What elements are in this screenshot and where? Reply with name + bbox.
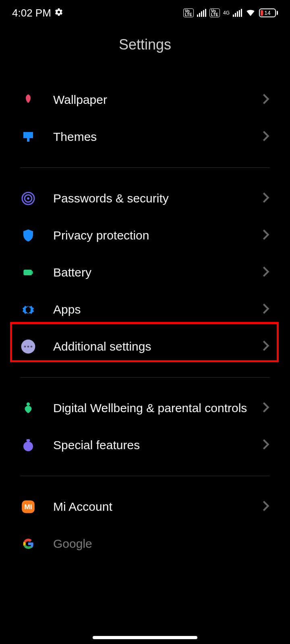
svg-point-2 (27, 197, 29, 200)
row-google[interactable]: Google (0, 525, 290, 552)
svg-point-8 (27, 346, 29, 348)
themes-icon (20, 129, 36, 145)
row-apps[interactable]: Apps (0, 291, 290, 328)
chevron-right-icon (262, 439, 270, 452)
chevron-right-icon (262, 340, 270, 353)
row-label: Battery (53, 265, 262, 280)
chevron-right-icon (262, 192, 270, 205)
chevron-right-icon (262, 130, 270, 143)
svg-point-12 (23, 442, 33, 451)
row-themes[interactable]: Themes (0, 118, 290, 155)
volte-icon-2: VoLTE (209, 8, 220, 17)
wallpaper-icon (20, 92, 36, 108)
volte-icon-1: VoLTE (183, 8, 194, 17)
signal-icon-1 (197, 9, 206, 17)
signal-icon-2 (233, 9, 242, 17)
mi-logo-icon: MI (20, 499, 36, 515)
svg-point-5 (26, 307, 31, 312)
svg-text:MI: MI (24, 503, 32, 511)
chevron-right-icon (262, 93, 270, 106)
row-battery[interactable]: Battery (0, 254, 290, 291)
battery-indicator: 14 (259, 8, 278, 17)
chevron-right-icon (262, 266, 270, 279)
svg-point-9 (31, 346, 33, 348)
row-label: Themes (53, 129, 262, 144)
svg-point-10 (27, 402, 30, 406)
divider (20, 476, 270, 476)
status-bar: 4:02 PM VoLTE VoLTE 4G 14 (0, 0, 290, 24)
row-label: Digital Wellbeing & parental controls (53, 400, 262, 416)
svg-rect-3 (23, 270, 32, 275)
row-label: Google (53, 536, 270, 551)
navigation-handle[interactable] (93, 636, 197, 639)
more-icon (20, 339, 36, 355)
row-privacy-protection[interactable]: Privacy protection (0, 217, 290, 254)
status-time: 4:02 PM (12, 7, 51, 19)
row-wallpaper[interactable]: Wallpaper (0, 81, 290, 118)
battery-icon (20, 264, 36, 281)
divider (20, 167, 270, 168)
row-label: Passwords & security (53, 191, 262, 206)
special-features-icon (20, 437, 36, 453)
row-special-features[interactable]: Special features (0, 427, 290, 464)
svg-rect-4 (32, 271, 33, 274)
row-label: Mi Account (53, 499, 262, 514)
row-label: Privacy protection (53, 228, 262, 243)
chevron-right-icon (262, 229, 270, 242)
page-title: Settings (0, 36, 290, 53)
google-icon (20, 536, 36, 552)
row-passwords-security[interactable]: Passwords & security (0, 180, 290, 217)
network-label: 4G (223, 11, 230, 15)
row-label: Apps (53, 302, 262, 317)
apps-gear-icon (20, 301, 36, 318)
shield-icon (20, 227, 36, 244)
wellbeing-icon (20, 400, 36, 416)
settings-list: Wallpaper Themes Passwords & security Pr… (0, 81, 290, 552)
battery-level: 14 (264, 10, 271, 16)
fingerprint-icon (20, 190, 36, 206)
row-label: Additional settings (53, 339, 262, 354)
row-additional-settings[interactable]: Additional settings (0, 328, 290, 365)
status-left: 4:02 PM (12, 7, 63, 19)
chevron-right-icon (262, 303, 270, 316)
chevron-right-icon (262, 402, 270, 415)
svg-rect-11 (27, 439, 30, 442)
row-label: Wallpaper (53, 92, 262, 107)
chevron-right-icon (262, 500, 270, 513)
wifi-icon (245, 7, 256, 19)
row-label: Special features (53, 438, 262, 453)
row-digital-wellbeing[interactable]: Digital Wellbeing & parental controls (0, 390, 290, 427)
row-mi-account[interactable]: MI Mi Account (0, 488, 290, 525)
settings-status-icon (54, 7, 63, 19)
status-right: VoLTE VoLTE 4G 14 (183, 7, 278, 19)
divider (20, 377, 270, 378)
svg-point-7 (24, 346, 26, 348)
